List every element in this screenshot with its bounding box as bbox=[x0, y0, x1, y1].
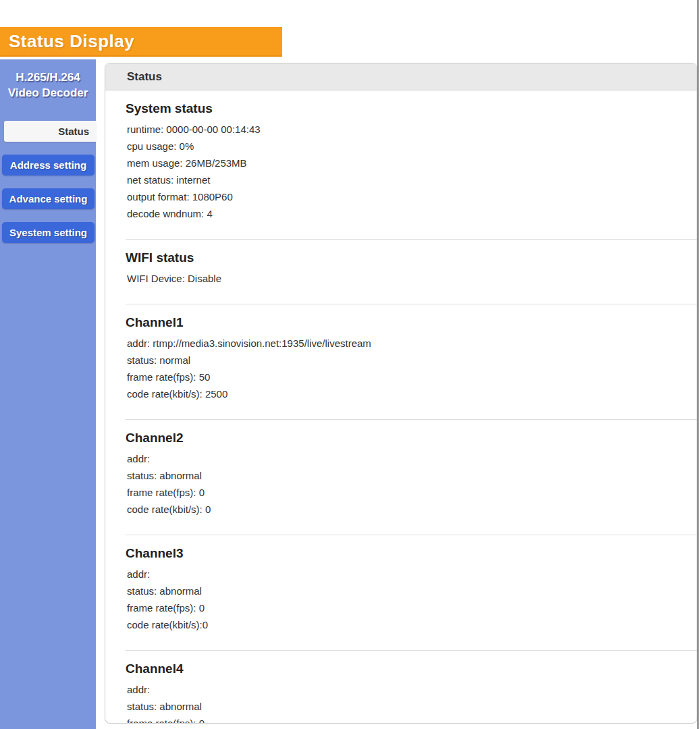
page-banner: Status Display bbox=[0, 27, 282, 57]
sidebar-item-status[interactable]: Status bbox=[4, 121, 96, 142]
status-panel: Status System statusruntime: 0000-00-00 … bbox=[105, 63, 697, 724]
status-line: code rate(kbit/s): 2500 bbox=[126, 385, 697, 402]
section-heading: Channel4 bbox=[126, 662, 697, 676]
section-channel3: Channel3addr:status: abnormalframe rate(… bbox=[126, 535, 697, 650]
page-title: Status Display bbox=[0, 31, 134, 52]
status-line: decode wndnum: 4 bbox=[126, 205, 697, 222]
status-line: runtime: 0000-00-00 00:14:43 bbox=[126, 121, 697, 138]
panel-header: Status bbox=[105, 63, 697, 90]
status-line: mem usage: 26MB/253MB bbox=[126, 155, 697, 171]
section-heading: WIFI status bbox=[126, 250, 697, 265]
section-channel4: Channel4addr:status: abnormalframe rate(… bbox=[126, 650, 697, 724]
sidebar: H.265/H.264 Video Decoder StatusAddress … bbox=[0, 59, 96, 729]
status-line: code rate(kbit/s): 0 bbox=[126, 501, 697, 518]
device-title-line1: H.265/H.264 bbox=[0, 70, 96, 85]
section-wifi-status: WIFI statusWIFI Device: Disable bbox=[126, 239, 697, 304]
section-heading: System status bbox=[126, 101, 697, 116]
status-line: output format: 1080P60 bbox=[126, 188, 697, 205]
device-title-line2: Video Decoder bbox=[0, 85, 96, 101]
status-line: frame rate(fps): 0 bbox=[126, 484, 697, 501]
section-channel1: Channel1addr: rtmp://media3.sinovision.n… bbox=[126, 304, 697, 419]
status-line: WIFI Device: Disable bbox=[126, 270, 697, 287]
sidebar-menu: StatusAddress settingAdvance settingSyes… bbox=[0, 121, 96, 243]
status-line: addr: bbox=[126, 450, 697, 467]
status-line: status: abnormal bbox=[126, 698, 697, 715]
status-line: status: normal bbox=[126, 352, 697, 369]
section-system-status: System statusruntime: 0000-00-00 00:14:4… bbox=[126, 90, 697, 239]
status-line: status: abnormal bbox=[126, 583, 697, 599]
sidebar-item-syestem-setting[interactable]: Syestem setting bbox=[2, 222, 95, 243]
status-line: code rate(kbit/s):0 bbox=[126, 616, 697, 633]
sidebar-item-advance-setting[interactable]: Advance setting bbox=[2, 188, 95, 209]
sidebar-item-address-setting[interactable]: Address setting bbox=[2, 155, 95, 176]
window-edge-line bbox=[697, 0, 699, 729]
section-heading: Channel1 bbox=[126, 315, 697, 330]
status-line: frame rate(fps): 50 bbox=[126, 369, 697, 385]
status-line: frame rate(fps): 0 bbox=[126, 715, 697, 724]
status-line: status: abnormal bbox=[126, 467, 697, 484]
panel-body: System statusruntime: 0000-00-00 00:14:4… bbox=[105, 90, 697, 724]
status-line: frame rate(fps): 0 bbox=[126, 599, 697, 616]
status-line: cpu usage: 0% bbox=[126, 138, 697, 155]
section-heading: Channel3 bbox=[126, 546, 697, 561]
section-channel2: Channel2addr:status: abnormalframe rate(… bbox=[126, 419, 697, 535]
device-title: H.265/H.264 Video Decoder bbox=[0, 59, 96, 101]
status-line: addr: bbox=[126, 681, 697, 698]
section-heading: Channel2 bbox=[126, 431, 697, 446]
status-line: addr: rtmp://media3.sinovision.net:1935/… bbox=[126, 335, 697, 352]
status-line: net status: internet bbox=[126, 171, 697, 188]
status-line: addr: bbox=[126, 566, 697, 583]
